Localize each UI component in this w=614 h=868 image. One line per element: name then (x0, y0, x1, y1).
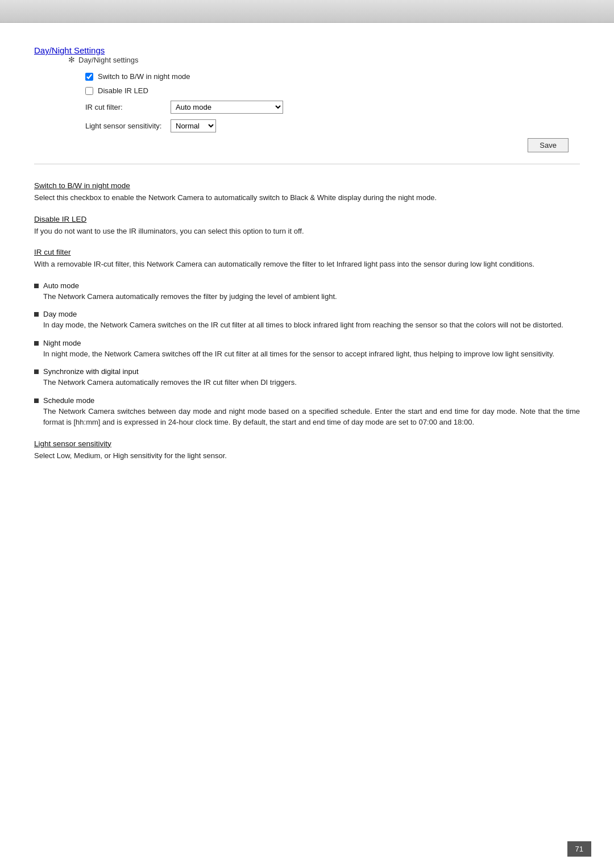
disable-ir-row: Disable IR LED (85, 86, 580, 95)
light-sensor-desc-text: Select Low, Medium, or High sensitivity … (34, 450, 580, 462)
light-sensor-select[interactable]: Low Normal High (171, 119, 216, 132)
disable-ir-checkbox[interactable] (85, 87, 93, 95)
save-button[interactable]: Save (528, 138, 569, 152)
bullet-square-icon (34, 398, 39, 403)
page-number: 71 (567, 841, 591, 857)
bullets-list: Auto mode The Network Camera automatical… (34, 281, 580, 428)
switch-desc-text: Select this checkbox to enable the Netwo… (34, 192, 580, 203)
bullet-title: Auto mode (43, 281, 79, 290)
light-sensor-row: Light sensor sensitivity: Low Normal Hig… (85, 119, 580, 132)
disable-ir-label[interactable]: Disable IR LED (98, 86, 148, 95)
switch-description: Switch to B/W in night mode Select this … (34, 181, 580, 203)
bullet-title: Night mode (43, 339, 81, 347)
page-content: Day/Night Settings ✻ Day/Night settings … (0, 23, 614, 506)
bullet-item: Schedule mode The Network Camera switche… (34, 396, 580, 428)
switch-bw-label[interactable]: Switch to B/W in night mode (98, 72, 190, 81)
ir-filter-label: IR cut filter: (85, 103, 165, 111)
panel-header-label: Day/Night settings (78, 56, 139, 64)
bullet-description: In night mode, the Network Camera switch… (43, 348, 580, 360)
bullet-header: Day mode (34, 310, 580, 318)
disable-ir-desc-title: Disable IR LED (34, 215, 580, 223)
bullet-item: Night mode In night mode, the Network Ca… (34, 339, 580, 360)
switch-bw-checkbox[interactable] (85, 73, 93, 81)
disable-ir-desc-text: If you do not want to use the IR illumin… (34, 226, 580, 237)
bullet-item: Synchronize with digital input The Netwo… (34, 367, 580, 388)
bullet-header: Schedule mode (34, 396, 580, 405)
bullet-item: Auto mode The Network Camera automatical… (34, 281, 580, 302)
light-sensor-desc-title: Light sensor sensitivity (34, 439, 580, 448)
top-bar (0, 0, 614, 23)
settings-panel: ✻ Day/Night settings Switch to B/W in ni… (68, 55, 580, 152)
section-title[interactable]: Day/Night Settings (34, 45, 105, 55)
gear-icon: ✻ (68, 55, 75, 64)
switch-bw-row: Switch to B/W in night mode (85, 72, 580, 81)
bullet-title: Synchronize with digital input (43, 367, 139, 376)
bullet-header: Auto mode (34, 281, 580, 290)
save-row: Save (68, 138, 580, 152)
ir-filter-row: IR cut filter: Auto mode Day mode Night … (85, 101, 580, 114)
ir-filter-description: IR cut filter With a removable IR-cut fi… (34, 248, 580, 270)
light-sensor-description: Light sensor sensitivity Select Low, Med… (34, 439, 580, 462)
disable-ir-description: Disable IR LED If you do not want to use… (34, 215, 580, 237)
ir-filter-desc-title: IR cut filter (34, 248, 580, 256)
bullet-title: Day mode (43, 310, 77, 318)
bullet-item: Day mode In day mode, the Network Camera… (34, 310, 580, 331)
divider (34, 164, 580, 164)
bullet-description: In day mode, the Network Camera switches… (43, 319, 580, 331)
panel-header: ✻ Day/Night settings (68, 55, 580, 64)
bullet-square-icon (34, 369, 39, 374)
bullet-description: The Network Camera automatically removes… (43, 377, 580, 388)
ir-filter-desc-text: With a removable IR-cut filter, this Net… (34, 259, 580, 270)
bullet-description: The Network Camera switches between day … (43, 406, 580, 428)
bullet-header: Synchronize with digital input (34, 367, 580, 376)
bullet-square-icon (34, 341, 39, 346)
ir-filter-select[interactable]: Auto mode Day mode Night mode Synchroniz… (171, 101, 283, 114)
bullet-square-icon (34, 312, 39, 317)
bullet-square-icon (34, 284, 39, 288)
light-sensor-label: Light sensor sensitivity: (85, 122, 165, 130)
bullet-title: Schedule mode (43, 396, 94, 405)
bullet-description: The Network Camera automatically removes… (43, 291, 580, 302)
bullet-header: Night mode (34, 339, 580, 347)
switch-desc-title: Switch to B/W in night mode (34, 181, 580, 190)
